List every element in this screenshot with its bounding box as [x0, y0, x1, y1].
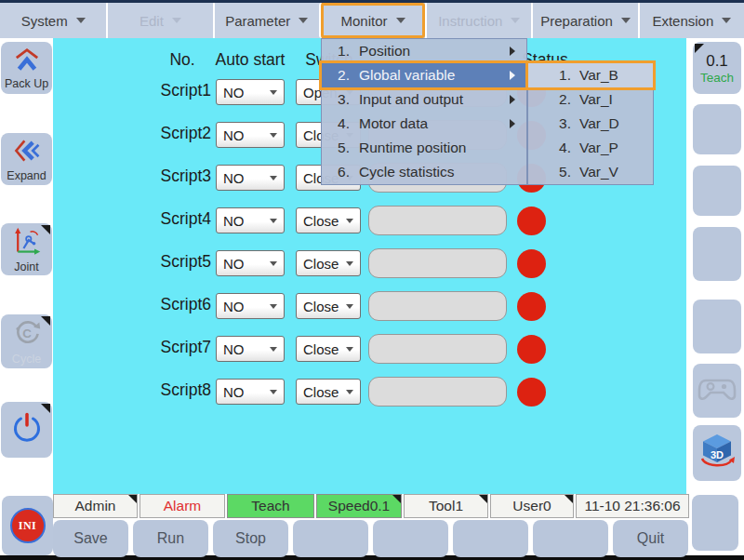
status-indicator: [517, 292, 546, 321]
quit-button[interactable]: Quit: [613, 520, 688, 557]
status-tool[interactable]: Tool1: [404, 494, 488, 518]
script-label: Script2: [146, 124, 211, 143]
submenu-item-number: 1.: [528, 67, 571, 84]
submenu-item-var-d[interactable]: 3. Var_D: [528, 112, 653, 136]
auto-start-value: NO: [223, 341, 245, 357]
menu-item-cycle-statistics[interactable]: 6. Cycle statistics: [322, 160, 526, 184]
switch-select[interactable]: Close: [296, 379, 361, 405]
switch-value: Close: [303, 213, 339, 229]
script-value-field[interactable]: [368, 291, 507, 321]
status-mode[interactable]: Teach: [227, 494, 314, 518]
script-value-field[interactable]: [368, 206, 507, 235]
col-header-auto-start: Auto start: [213, 48, 287, 71]
switch-select[interactable]: Close: [296, 250, 361, 276]
menu-extension[interactable]: Extension: [638, 3, 744, 38]
script-value-field[interactable]: [368, 377, 507, 407]
view-3d-button[interactable]: 3D: [693, 425, 741, 481]
col-header-no: No.: [153, 48, 211, 71]
menu-parameter[interactable]: Parameter: [213, 3, 319, 38]
status-speed-text: Speed0.1: [328, 498, 390, 514]
auto-start-select[interactable]: NO: [216, 336, 285, 362]
auto-start-select[interactable]: NO: [216, 122, 285, 148]
menu-system-label: System: [21, 13, 68, 29]
side-button-empty-3[interactable]: [693, 227, 741, 281]
corner-marker-icon: [41, 316, 50, 326]
script-label: Script6: [146, 295, 211, 314]
status-user-role[interactable]: Admin: [53, 494, 138, 518]
joint-coordinate-button[interactable]: Joint: [1, 223, 52, 275]
submenu-item-var-i[interactable]: 2. Var_I: [528, 87, 653, 112]
menu-item-input-and-output[interactable]: 3. Input and output: [322, 87, 526, 112]
save-button[interactable]: Save: [53, 520, 128, 557]
caret-down-icon: [346, 304, 353, 309]
status-alarm[interactable]: Alarm: [140, 494, 225, 518]
status-user-role-text: Admin: [75, 498, 116, 514]
bottom-button-empty-1[interactable]: [293, 520, 368, 557]
run-button[interactable]: Run: [133, 520, 208, 557]
bottom-button-empty-2[interactable]: [373, 520, 448, 557]
auto-start-select[interactable]: NO: [216, 379, 285, 405]
menu-preparation[interactable]: Preparation: [531, 3, 637, 38]
menu-item-motor-data[interactable]: 4. Motor data: [322, 112, 526, 136]
menu-instruction[interactable]: Instruction: [425, 3, 531, 38]
script-value-field[interactable]: [368, 334, 507, 364]
speed-teach-button[interactable]: 0.1 Teach: [693, 42, 741, 94]
auto-start-select[interactable]: NO: [216, 250, 285, 276]
script-value-field[interactable]: [368, 248, 507, 278]
bottom-button-empty-3[interactable]: [453, 520, 528, 557]
side-button-empty-1[interactable]: [693, 104, 741, 154]
menu-monitor[interactable]: Monitor: [319, 3, 425, 38]
switch-select[interactable]: Close: [296, 336, 361, 362]
status-user-coord[interactable]: User0: [490, 494, 574, 518]
global-variable-submenu: 1. Var_B 2. Var_I 3. Var_D 4. Var_P 5. V…: [527, 62, 654, 185]
status-indicator: [517, 207, 546, 235]
chevrons-left-icon: [12, 137, 42, 168]
side-button-empty-4[interactable]: [693, 300, 741, 353]
auto-start-value: NO: [223, 299, 245, 314]
switch-select[interactable]: Close: [296, 207, 361, 233]
auto-start-select[interactable]: NO: [216, 293, 285, 319]
gamepad-button[interactable]: [693, 364, 741, 418]
menu-item-runtime-position[interactable]: 5. Runtime position: [322, 136, 526, 160]
caret-down-icon: [346, 219, 353, 223]
menu-item-global-variable[interactable]: 2. Global variable: [322, 63, 526, 87]
caret-down-icon: [270, 261, 277, 266]
power-button[interactable]: [1, 402, 52, 458]
submenu-item-var-p[interactable]: 4. Var_P: [528, 136, 653, 160]
caret-down-icon: [270, 219, 277, 223]
auto-start-select[interactable]: NO: [216, 79, 285, 105]
bottom-button-empty-4[interactable]: [533, 520, 608, 557]
stop-button[interactable]: Stop: [213, 520, 288, 557]
caret-down-icon: [270, 304, 277, 309]
menu-item-position[interactable]: 1. Position: [322, 39, 526, 63]
cycle-button[interactable]: C Cycle: [1, 314, 52, 368]
table-row: Script4 NO Close: [53, 207, 686, 234]
bottom-right-button[interactable]: [692, 495, 738, 551]
submenu-item-var-b[interactable]: 1. Var_B: [528, 63, 653, 87]
menu-item-number: 5.: [322, 140, 350, 156]
pack-up-button[interactable]: Pack Up: [1, 42, 52, 94]
cycle-label: Cycle: [12, 353, 41, 366]
svg-text:C: C: [22, 327, 32, 340]
script-label: Script3: [146, 167, 211, 186]
expand-label: Expand: [7, 169, 46, 182]
stop-label: Stop: [235, 530, 266, 547]
caret-down-icon: [270, 176, 277, 180]
auto-start-select[interactable]: NO: [216, 165, 285, 191]
side-button-empty-2[interactable]: [693, 166, 741, 216]
expand-button[interactable]: Expand: [1, 133, 52, 185]
quit-label: Quit: [637, 530, 664, 547]
ini-button[interactable]: INI: [2, 496, 53, 555]
corner-marker-icon: [695, 44, 704, 53]
menu-system[interactable]: System: [0, 3, 106, 38]
status-speed[interactable]: Speed0.1: [316, 494, 402, 518]
menu-edit[interactable]: Edit: [106, 3, 212, 38]
switch-select[interactable]: Close: [296, 293, 361, 319]
submenu-item-label: Var_B: [579, 67, 618, 84]
submenu-item-number: 5.: [528, 164, 571, 180]
auto-start-select[interactable]: NO: [216, 207, 285, 233]
table-row: Script5 NO Close: [53, 249, 686, 277]
menu-item-label: Position: [359, 43, 510, 60]
submenu-item-var-v[interactable]: 5. Var_V: [528, 160, 653, 184]
menu-item-label: Cycle statistics: [359, 164, 526, 180]
